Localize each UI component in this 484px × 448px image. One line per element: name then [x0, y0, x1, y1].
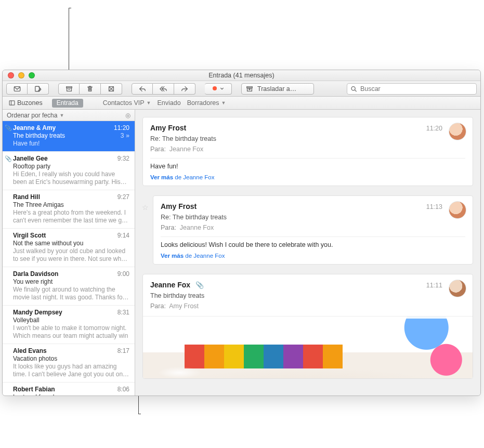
message-list-item[interactable]: Virgil Scott 9:14 Not the same without y… — [3, 229, 135, 267]
message-subject: You were right — [13, 278, 53, 285]
message-sender: Jeanne & Amy — [13, 124, 56, 131]
fav-sent[interactable]: Enviado — [158, 99, 181, 107]
flag-icon — [213, 87, 224, 91]
compose-icon — [34, 85, 42, 93]
thread-to: Para: Jeanne Fox — [161, 224, 465, 231]
forward-icon — [181, 85, 188, 93]
message-preview: It looks like you guys had an amazing ti… — [13, 363, 129, 378]
message-preview: I won't be able to make it tomorrow nigh… — [13, 324, 129, 340]
mailboxes-toggle[interactable]: Buzones — [6, 98, 46, 108]
window-close-button[interactable] — [8, 72, 14, 78]
thread-body: Have fun! — [150, 163, 465, 170]
thread-to: Para: Jeanne Fox — [150, 146, 465, 153]
star-icon[interactable]: ☆ — [142, 203, 149, 212]
search-field[interactable] — [347, 83, 477, 95]
fav-sent-label: Enviado — [158, 99, 181, 107]
archive-icon — [66, 85, 73, 93]
message-list-item[interactable]: Aled Evans 8:17 Vacation photos It looks… — [3, 344, 135, 383]
avatar — [449, 123, 466, 140]
message-list-item[interactable]: Robert Fabian 8:06 Lost and found Hi eve… — [3, 383, 135, 396]
flag-button[interactable] — [205, 83, 232, 95]
message-list-item[interactable]: Mandy Dempsey 8:31 Volleyball I won't be… — [3, 306, 135, 344]
fav-drafts-label: Borradores — [187, 99, 219, 107]
attachment-icon: 📎 — [5, 125, 12, 131]
archive-button[interactable] — [58, 83, 80, 95]
thread-to: Para: Amy Frost — [150, 302, 465, 310]
thread-message[interactable]: Amy Frost 11:20 Re: The birthday treats … — [142, 117, 473, 186]
preview-pane: Amy Frost 11:20 Re: The birthday treats … — [135, 110, 480, 396]
message-subject: The birthday treats — [13, 132, 65, 139]
thread-time: 11:11 — [426, 282, 442, 289]
titlebar: Entrada (41 mensajes) — [3, 70, 480, 81]
fav-vip-label: Contactos VIP — [103, 99, 145, 107]
message-list-item[interactable]: 📎 Jeanne & Amy 11:20 The birthday treats… — [3, 121, 135, 152]
move-to-popup[interactable]: Trasladar a… — [241, 83, 314, 95]
delete-button[interactable] — [80, 83, 101, 95]
message-list-item[interactable]: Rand Hill 9:27 The Three Amigas Here's a… — [3, 190, 135, 229]
chevron-down-icon: ▼ — [147, 100, 151, 106]
message-time: 8:17 — [117, 347, 129, 354]
search-input[interactable] — [360, 85, 473, 93]
thread-subject: Re: The birthday treats — [161, 214, 465, 221]
message-preview: Just walked by your old cube and looked … — [13, 247, 129, 263]
message-list-item[interactable]: Darla Davidson 9:00 You were right We fi… — [3, 267, 135, 306]
see-more-link[interactable]: Ver más de Jeanne Fox — [161, 253, 465, 259]
thread-from: Amy Frost — [161, 202, 465, 210]
message-sender: Mandy Dempsey — [13, 309, 62, 316]
move-to-label: Trasladar a… — [257, 85, 296, 93]
mail-window: Entrada (41 mensajes) — [2, 70, 481, 396]
message-sender: Rand Hill — [13, 193, 40, 201]
thread-image-attachment — [143, 316, 473, 378]
filter-unread-button[interactable]: ◎ — [125, 112, 130, 119]
reply-button[interactable] — [132, 83, 153, 95]
message-time: 8:31 — [117, 309, 129, 316]
reply-all-button[interactable] — [153, 83, 174, 95]
message-time: 9:27 — [117, 193, 129, 201]
thread-subject: Re: The birthday treats — [150, 135, 465, 142]
compose-button[interactable] — [28, 83, 49, 95]
get-mail-button[interactable] — [6, 83, 28, 95]
search-icon — [350, 85, 357, 93]
svg-line-16 — [355, 90, 356, 91]
junk-button[interactable] — [101, 83, 122, 95]
svg-point-15 — [351, 86, 355, 90]
message-time: 8:06 — [117, 386, 129, 393]
thread-subject: The birthday treats — [150, 292, 465, 299]
thread-body: Looks delicious! Wish I could be there t… — [161, 241, 465, 248]
forward-button[interactable] — [174, 83, 195, 95]
sidebar-icon — [9, 100, 15, 106]
message-list: Ordenar por fecha ▼ ◎ 📎 Jeanne & Amy 11:… — [3, 110, 135, 396]
trash-icon — [86, 85, 94, 93]
sort-bar[interactable]: Ordenar por fecha ▼ ◎ — [3, 110, 135, 121]
fav-vip[interactable]: Contactos VIP ▼ — [103, 99, 151, 107]
avatar — [449, 201, 466, 219]
message-time: 9:00 — [117, 270, 129, 278]
reply-all-icon — [160, 85, 167, 93]
sort-label: Ordenar por fecha — [7, 112, 57, 119]
message-time: 11:20 — [114, 124, 129, 131]
message-preview: Here's a great photo from the weekend. I… — [13, 209, 129, 225]
chevron-down-icon: ▼ — [59, 113, 64, 118]
envelope-icon — [14, 85, 21, 93]
message-sender: Janelle Gee — [13, 155, 48, 162]
junk-icon — [108, 85, 115, 93]
window-title: Entrada (41 mensajes) — [3, 72, 480, 79]
message-subject: Vacation photos — [13, 355, 57, 362]
thread-time: 11:13 — [426, 203, 442, 210]
thread-message[interactable]: ☆ Amy Frost 11:13 Re: The birthday treat… — [153, 195, 473, 265]
window-minimize-button[interactable] — [18, 72, 24, 78]
see-more-link[interactable]: Ver más de Jeanne Fox — [150, 174, 465, 180]
chevron-down-icon: ▼ — [221, 100, 226, 106]
fav-inbox[interactable]: Entrada — [52, 99, 83, 108]
message-list-item[interactable]: 📎 Janelle Gee 9:32 Rooftop party Hi Eden… — [3, 152, 135, 190]
message-preview: Have fun! — [13, 140, 129, 148]
message-subject: Lost and found — [13, 393, 54, 396]
message-sender: Darla Davidson — [13, 270, 58, 278]
avatar — [449, 280, 466, 297]
message-subject: Rooftop party — [13, 163, 50, 170]
message-sender: Virgil Scott — [13, 232, 46, 239]
window-zoom-button[interactable] — [29, 72, 35, 78]
fav-drafts[interactable]: Borradores ▼ — [187, 99, 226, 107]
thread-message[interactable]: Jeanne Fox📎 11:11 The birthday treats Pa… — [142, 274, 473, 379]
message-subject: Not the same without you — [13, 240, 83, 247]
